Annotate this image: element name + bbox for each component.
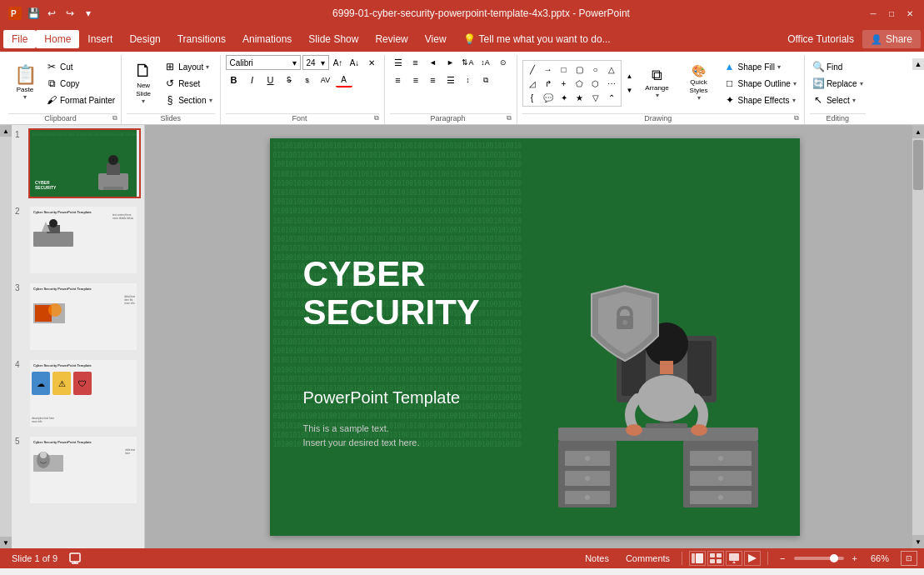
slide-subtitle[interactable]: PowerPoint Template bbox=[303, 388, 461, 408]
decrease-indent-button[interactable]: ◄ bbox=[425, 55, 442, 70]
slide-main-title[interactable]: CYBER SECURITY bbox=[303, 255, 480, 332]
shape-arrow[interactable]: → bbox=[541, 62, 556, 76]
justify-button[interactable]: ☰ bbox=[442, 72, 459, 88]
menu-insert[interactable]: Insert bbox=[79, 30, 121, 48]
find-button[interactable]: 🔍 Find bbox=[810, 59, 866, 75]
slideshow-view-button[interactable] bbox=[744, 551, 761, 566]
text-direction-button[interactable]: ⇅A bbox=[460, 55, 477, 70]
shape-star4[interactable]: ✦ bbox=[557, 91, 572, 104]
menu-tell-me[interactable]: 💡 Tell me what you want to do... bbox=[455, 30, 619, 48]
minimize-button[interactable]: ─ bbox=[866, 6, 881, 21]
slide-thumb-3[interactable]: 3 Cyber Security PowerPoint Template det… bbox=[15, 282, 141, 352]
zoom-in-button[interactable]: + bbox=[847, 552, 862, 565]
slide-thumb-image-5[interactable]: Cyber Security PowerPoint Template slide… bbox=[28, 435, 141, 505]
fit-to-window-button[interactable]: ⊡ bbox=[901, 551, 917, 566]
customize-icon[interactable]: ▾ bbox=[80, 5, 97, 22]
shape-fill-button[interactable]: ▲ Shape Fill▾ bbox=[722, 59, 799, 75]
canvas-scroll-up[interactable]: ▲ bbox=[912, 125, 924, 138]
shape-rect[interactable]: □ bbox=[557, 62, 572, 76]
format-painter-button[interactable]: 🖌 Format Painter bbox=[43, 92, 117, 108]
menu-design[interactable]: Design bbox=[121, 30, 168, 48]
copy-button[interactable]: ⧉ Copy bbox=[43, 76, 117, 92]
normal-view-button[interactable] bbox=[689, 551, 706, 566]
zoom-level[interactable]: 66% bbox=[866, 552, 894, 565]
shapes-scroll-up[interactable]: ▲ bbox=[625, 70, 635, 83]
notes-button[interactable]: Notes bbox=[580, 552, 614, 565]
redo-icon[interactable]: ↪ bbox=[62, 5, 78, 22]
maximize-button[interactable]: □ bbox=[884, 6, 899, 21]
italic-button[interactable]: I bbox=[244, 72, 261, 88]
comments-button[interactable]: Comments bbox=[621, 552, 675, 565]
share-button[interactable]: 👤 Share bbox=[862, 30, 921, 48]
align-text-button[interactable]: ↕A bbox=[477, 55, 494, 70]
underline-button[interactable]: U bbox=[262, 72, 279, 88]
shape-chevron[interactable]: ⌃ bbox=[604, 91, 619, 104]
slide-thumb-image-2[interactable]: Cyber Security PowerPoint Template text … bbox=[28, 205, 141, 275]
menu-slideshow[interactable]: Slide Show bbox=[300, 30, 367, 48]
ribbon-collapse-button[interactable]: ▲ bbox=[912, 58, 924, 70]
shape-effects-button[interactable]: ✦ Shape Effects▾ bbox=[722, 92, 799, 108]
select-button[interactable]: ↖ Select▾ bbox=[810, 92, 866, 108]
section-button[interactable]: § Section▾ bbox=[162, 92, 214, 108]
menu-home[interactable]: Home bbox=[36, 30, 79, 48]
bullets-button[interactable]: ☰ bbox=[390, 55, 407, 70]
slide-canvas[interactable]: 1010010100101001010010100101001010010100… bbox=[270, 138, 800, 536]
strikethrough-button[interactable]: S̶ bbox=[281, 72, 297, 88]
shapes-scroll-down[interactable]: ▼ bbox=[625, 84, 635, 98]
char-spacing-button[interactable]: AV bbox=[317, 72, 334, 88]
shape-ellipse[interactable]: ○ bbox=[588, 62, 603, 76]
shape-rtri[interactable]: ◿ bbox=[525, 77, 540, 90]
shadow-button[interactable]: s bbox=[299, 72, 316, 88]
shape-rrect[interactable]: ▢ bbox=[572, 62, 587, 76]
menu-transitions[interactable]: Transitions bbox=[169, 30, 234, 48]
slide-thumb-1[interactable]: 1 10100101010010100101001010010100101001… bbox=[15, 128, 141, 198]
layout-button[interactable]: ⊞ Layout▾ bbox=[162, 59, 214, 75]
bold-button[interactable]: B bbox=[226, 72, 242, 88]
slide-thumb-image-1[interactable]: 1010010101001010010100101001010010100101… bbox=[28, 128, 141, 198]
menu-file[interactable]: File bbox=[3, 30, 36, 48]
shape-hex[interactable]: ⬡ bbox=[588, 77, 603, 90]
replace-button[interactable]: 🔄 Replace▾ bbox=[810, 76, 866, 92]
font-name-selector[interactable]: Calibri▾ bbox=[226, 55, 301, 70]
canvas-scroll-thumb[interactable] bbox=[913, 140, 923, 190]
slide-thumb-image-3[interactable]: Cyber Security PowerPoint Template detai… bbox=[28, 282, 141, 352]
font-size-selector[interactable]: 24▾ bbox=[302, 55, 329, 70]
shape-tri[interactable]: △ bbox=[604, 62, 619, 76]
shape-plus[interactable]: + bbox=[557, 77, 572, 90]
slide-thumb-image-4[interactable]: Cyber Security PowerPoint Template ☁ ⚠ 🛡… bbox=[28, 358, 141, 428]
shape-bend[interactable]: ↱ bbox=[541, 77, 556, 90]
slide-description[interactable]: This is a sample text. Insert your desir… bbox=[303, 422, 420, 449]
shape-speech[interactable]: 💬 bbox=[541, 91, 556, 104]
clear-format-button[interactable]: ✕ bbox=[364, 55, 379, 70]
shape-outline-button[interactable]: □ Shape Outline▾ bbox=[722, 76, 799, 92]
shape-penta[interactable]: ⬠ bbox=[572, 77, 587, 90]
font-color-button[interactable]: A bbox=[336, 72, 352, 88]
increase-indent-button[interactable]: ► bbox=[442, 55, 459, 70]
close-button[interactable]: ✕ bbox=[902, 6, 917, 21]
menu-animations[interactable]: Animations bbox=[234, 30, 300, 48]
reading-view-button[interactable] bbox=[726, 551, 742, 566]
numbering-button[interactable]: ≡ bbox=[407, 55, 424, 70]
undo-icon[interactable]: ↩ bbox=[43, 5, 60, 22]
shape-star5[interactable]: ★ bbox=[572, 91, 587, 104]
quick-styles-button[interactable]: 🎨 QuickStyles ▾ bbox=[680, 60, 718, 107]
office-tutorials-button[interactable]: Office Tutorials bbox=[779, 30, 862, 48]
slide-thumb-4[interactable]: 4 Cyber Security PowerPoint Template ☁ ⚠… bbox=[15, 358, 141, 428]
slide-list-scroll-down[interactable]: ▼ bbox=[0, 537, 12, 548]
slide-sorter-button[interactable] bbox=[707, 551, 724, 566]
line-spacing-button[interactable]: ↕ bbox=[460, 72, 477, 88]
shape-curl[interactable]: { bbox=[525, 91, 540, 104]
align-left-button[interactable]: ≡ bbox=[390, 72, 407, 88]
menu-review[interactable]: Review bbox=[367, 30, 416, 48]
align-center-button[interactable]: ≡ bbox=[407, 72, 424, 88]
new-slide-button[interactable]: 🗋 NewSlide ▾ bbox=[127, 58, 160, 108]
slide-thumb-2[interactable]: 2 Cyber Security PowerPoint Template tex… bbox=[15, 205, 141, 275]
reset-button[interactable]: ↺ Reset bbox=[162, 76, 214, 92]
shape-more[interactable]: ⋯ bbox=[604, 77, 619, 90]
arrange-button[interactable]: ⧉ Arrange ▾ bbox=[638, 60, 677, 107]
cut-button[interactable]: ✂ Cut bbox=[43, 59, 117, 75]
increase-font-button[interactable]: A↑ bbox=[331, 55, 346, 70]
slide-list-scroll-up[interactable]: ▲ bbox=[0, 125, 12, 137]
columns-button[interactable]: ⧉ bbox=[477, 72, 494, 88]
slide-indicator-button[interactable] bbox=[69, 552, 81, 564]
